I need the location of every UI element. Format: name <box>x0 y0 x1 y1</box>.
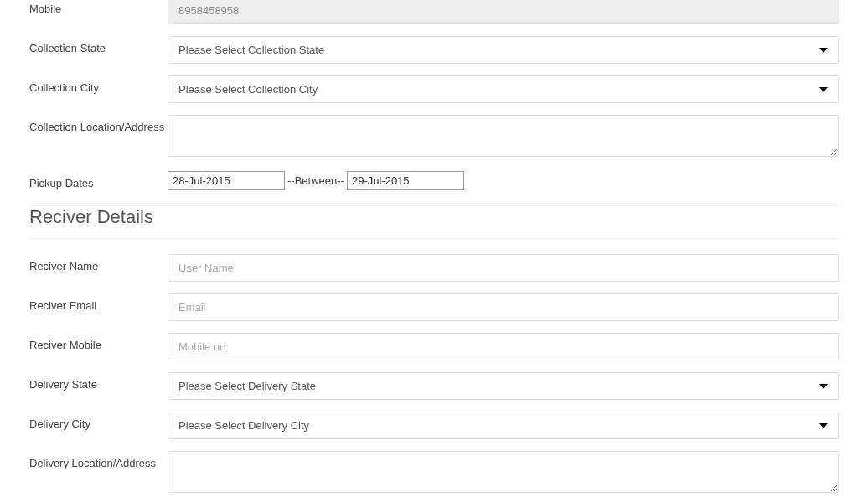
collection-city-label: Collection City <box>29 75 168 94</box>
receiver-mobile-label: Reciver Mobile <box>29 333 168 351</box>
delivery-state-label: Delivery State <box>29 372 168 391</box>
receiver-mobile-row: Reciver Mobile <box>29 333 839 360</box>
delivery-address-row: Delivery Location/Address <box>29 451 839 495</box>
receiver-name-input[interactable] <box>168 254 839 282</box>
pickup-date-from-input[interactable] <box>168 171 285 190</box>
delivery-state-row: Delivery State Please Select Delivery St… <box>29 372 839 400</box>
delivery-address-label: Delivery Location/Address <box>29 451 168 469</box>
delivery-city-label: Delivery City <box>29 412 168 430</box>
collection-state-label: Collection State <box>29 36 168 54</box>
delivery-address-textarea[interactable] <box>168 451 839 493</box>
receiver-name-row: Reciver Name <box>29 254 839 282</box>
receiver-name-label: Reciver Name <box>29 254 168 272</box>
mobile-label: Mobile <box>29 0 168 15</box>
receiver-mobile-input[interactable] <box>168 333 839 360</box>
collection-address-textarea[interactable] <box>168 115 839 157</box>
pickup-dates-label: Pickup Dates <box>29 171 168 189</box>
pickup-between-text: --Between-- <box>287 174 344 187</box>
delivery-city-row: Delivery City Please Select Delivery Cit… <box>29 412 839 439</box>
receiver-email-label: Reciver Email <box>29 293 168 312</box>
collection-city-select[interactable]: Please Select Collection City <box>168 75 839 103</box>
collection-address-row: Collection Location/Address <box>29 115 839 159</box>
receiver-email-row: Reciver Email <box>29 293 839 321</box>
pickup-dates-row: Pickup Dates --Between-- <box>29 171 839 190</box>
mobile-row: Mobile <box>29 0 839 24</box>
receiver-email-input[interactable] <box>168 293 839 321</box>
delivery-state-select[interactable]: Please Select Delivery State <box>168 372 839 400</box>
delivery-city-select[interactable]: Please Select Delivery City <box>168 412 839 439</box>
collection-address-label: Collection Location/Address <box>29 115 168 133</box>
receiver-section-title: Reciver Details <box>29 205 839 239</box>
pickup-date-to-input[interactable] <box>347 171 464 190</box>
mobile-input[interactable] <box>168 0 839 24</box>
collection-state-select[interactable]: Please Select Collection State <box>168 36 839 64</box>
collection-city-row: Collection City Please Select Collection… <box>29 75 839 103</box>
collection-state-row: Collection State Please Select Collectio… <box>29 36 839 64</box>
